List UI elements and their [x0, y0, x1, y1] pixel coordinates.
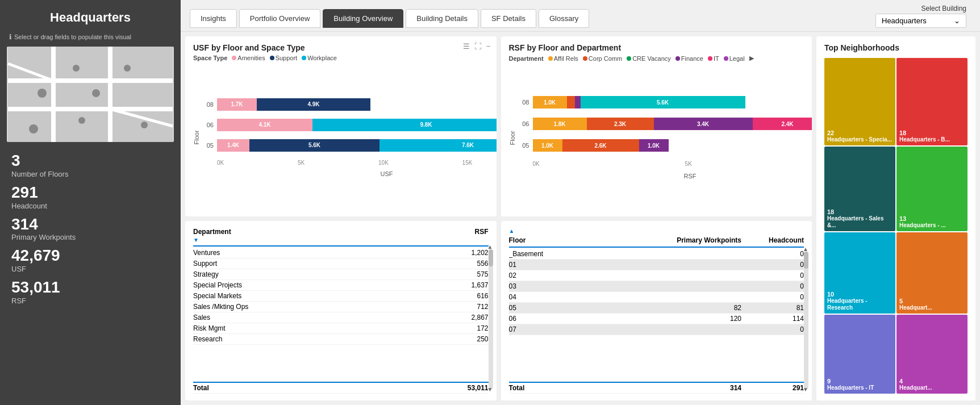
building-selector-area: Select Building Headquarters ⌄ — [875, 5, 971, 31]
legend-amenities: Amenities — [232, 55, 265, 61]
dept-table-card: Department ▼ RSF Ventures 1,202 Support … — [185, 221, 497, 401]
legend-workplace: Workplace — [302, 55, 337, 61]
dashboard-grid: USF by Floor and Space Type Space Type A… — [181, 32, 980, 405]
dept-table-total: Total 53,011 — [193, 382, 489, 394]
card-actions: ☰ ⛶ − — [463, 42, 491, 51]
filter-icon[interactable]: ☰ — [463, 42, 470, 51]
select-building-label: Select Building — [921, 5, 966, 12]
floor-col-header: Floor — [509, 236, 554, 244]
tab-glossary[interactable]: Glossary — [539, 9, 589, 28]
scroll-up-icon[interactable]: ▲ — [487, 244, 493, 250]
bar-amenities-08: 1.7K — [217, 98, 257, 111]
info-icon: ℹ — [9, 33, 12, 41]
tab-building-overview[interactable]: Building Overview — [323, 9, 403, 28]
rsf-seg-08-a: 1.0K — [533, 96, 567, 108]
rsf-seg-08-d: 5.6K — [581, 96, 745, 108]
rsf-x-axis: 0K5K10K — [533, 161, 812, 167]
table-row: Research 250 — [193, 334, 489, 345]
legend-it: IT — [708, 55, 719, 62]
wp-scroll-thumb[interactable] — [804, 252, 808, 269]
legend-affil: Affil Rels — [548, 55, 578, 62]
usf-chart-legend: Space Type Amenities Support Workplace — [193, 55, 489, 61]
neighborhood-cell-1: 18Headquarters - B... — [896, 58, 968, 145]
wp-table-row: 03 0 — [509, 281, 804, 292]
legend-finance: Finance — [675, 55, 703, 62]
more-icon[interactable]: ▶ — [749, 55, 754, 62]
sort-icon[interactable]: ▼ — [193, 237, 449, 243]
rsf-bar-06: 06 1.8K 2.3K 3.4K 2.4K — [518, 118, 812, 130]
wp-scroll-down-icon[interactable]: ▼ — [803, 386, 808, 393]
amenities-dot — [232, 56, 236, 60]
rsf-col-header: RSF — [449, 228, 489, 243]
table-row: Special Projects 1,637 — [193, 280, 489, 291]
neighborhood-cell-6: 9Headquarters - IT — [824, 315, 895, 394]
rsf-bar-08: 08 1.0K 5.6K — [518, 96, 812, 108]
neighborhood-cell-5: 5Headquart... — [896, 232, 968, 314]
rsf-y-axis-title: Floor — [509, 66, 516, 210]
scroll-down-icon[interactable]: ▼ — [487, 386, 493, 393]
building-dropdown[interactable]: Headquarters ⌄ — [875, 14, 966, 28]
scroll-thumb[interactable] — [489, 249, 493, 266]
bar-floor-08: 08 1.7K 4.9K — [202, 98, 497, 111]
tab-sf-details[interactable]: SF Details — [481, 9, 536, 28]
usf-chart-card: USF by Floor and Space Type Space Type A… — [185, 36, 497, 216]
y-axis-title: Floor — [193, 66, 200, 210]
svg-point-13 — [78, 117, 85, 124]
rsf-seg-06-d: 2.4K — [753, 118, 812, 130]
wp-scroll-up-icon[interactable]: ▲ — [803, 246, 808, 252]
scroll-bar[interactable] — [489, 249, 493, 390]
rsf-seg-06-a: 1.8K — [533, 118, 587, 130]
table-row: Risk Mgmt 172 — [193, 323, 489, 334]
dept-col-header: Department ▼ — [193, 228, 449, 243]
rsf-seg-08-c — [575, 96, 581, 108]
main-content: Insights Portfolio Overview Building Ove… — [181, 0, 980, 405]
rsf-label: RSF — [11, 297, 169, 305]
bar-floor-06: 06 4.1K 9.8K — [202, 119, 497, 131]
rsf-seg-08-b — [567, 96, 575, 108]
workpoints-label: Primary Workpoints — [11, 233, 169, 241]
usf-x-title: USF — [217, 170, 497, 177]
svg-point-9 — [92, 89, 100, 97]
top-navigation: Insights Portfolio Overview Building Ove… — [181, 0, 980, 32]
total-wp: 314 — [554, 384, 753, 392]
wp-table-row: 04 0 — [509, 292, 804, 303]
floors-label: Number of Floors — [11, 170, 169, 178]
dept-label: Department — [509, 55, 544, 62]
rsf-seg-05-b: 2.6K — [562, 139, 639, 152]
workpoints-table-card: ▲ Floor Primary Workpoints Headcount _Ba… — [501, 221, 812, 401]
sort-up-icon[interactable]: ▲ — [509, 228, 515, 234]
table-row: Ventures 1,202 — [193, 248, 489, 258]
wp-table-row: _Basement 0 — [509, 249, 804, 260]
tab-insights[interactable]: Insights — [190, 9, 237, 28]
rsf-chart-card: RSF by Floor and Department Department A… — [501, 36, 812, 216]
bar-support-08: 4.9K — [257, 98, 370, 111]
rsf-bar-05: 05 1.0K 2.6K 1.0K — [518, 139, 812, 152]
neighborhood-cell-7: 4Headquart... — [896, 315, 968, 394]
wp-scroll-bar[interactable] — [804, 252, 808, 390]
rsf-seg-05-c: 1.0K — [639, 139, 669, 152]
close-icon[interactable]: − — [486, 42, 491, 51]
svg-point-11 — [141, 122, 148, 128]
bar-workplace-05: 7.6K — [380, 139, 497, 152]
neighborhoods-card: Top Neighborhoods 22Headquarters - Speci… — [816, 36, 975, 400]
wp-table-row: 06 120 114 — [509, 314, 804, 324]
bar-amenities-06: 4.1K — [217, 119, 312, 131]
neighborhoods-title: Top Neighborhoods — [824, 43, 968, 52]
neighborhood-cell-4: 10Headquarters - Research — [824, 232, 895, 314]
expand-icon[interactable]: ⛶ — [474, 42, 482, 51]
tab-portfolio-overview[interactable]: Portfolio Overview — [239, 9, 320, 28]
sidebar: Headquarters ℹ Select or drag fields to … — [0, 0, 181, 405]
hc-col-header: Headcount — [753, 236, 804, 244]
total-rsf: 53,011 — [449, 384, 489, 392]
table-row: Sales /Mkting Ops 712 — [193, 302, 489, 312]
neighborhood-cell-2: 18Headquarters - Sales &... — [824, 147, 895, 231]
total-hc: 291 — [753, 384, 804, 392]
tab-building-details[interactable]: Building Details — [406, 9, 478, 28]
bar-workplace-06: 9.8K — [312, 119, 497, 131]
svg-point-12 — [37, 89, 47, 98]
chevron-down-icon: ⌄ — [954, 16, 960, 25]
svg-point-7 — [29, 124, 38, 133]
workplace-dot — [302, 56, 306, 60]
wp-table-header: Floor Primary Workpoints Headcount — [509, 236, 804, 248]
usf-value: 42,679 — [11, 247, 169, 265]
